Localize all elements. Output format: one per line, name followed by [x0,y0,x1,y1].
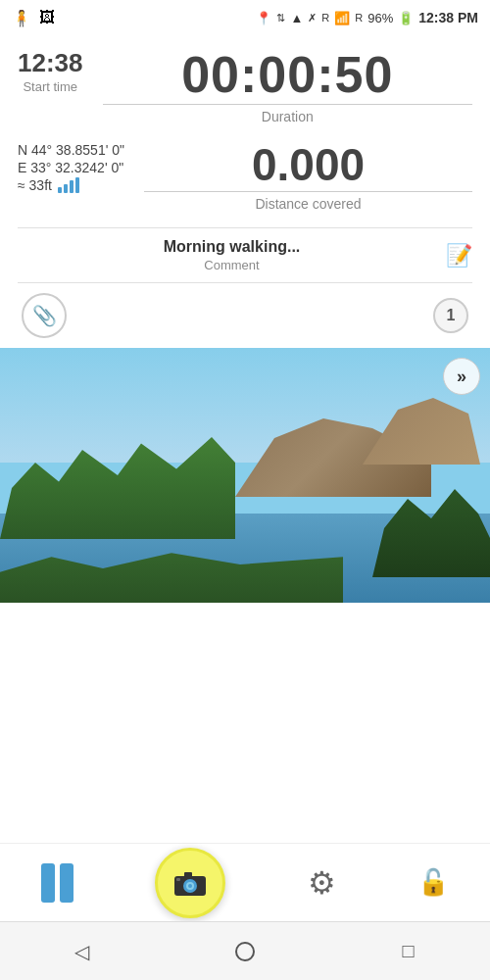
distance-value: 0.000 [252,142,365,187]
start-time-value: 12:38 [18,49,83,77]
battery-icon: 🔋 [398,11,414,25]
altitude-value: ≈ 33ft [18,177,52,193]
status-bar: 🧍 🖼 📍 ⇅ ▲ ✗ R 📶 R 96% 🔋 12:38 PM [0,0,490,35]
wifi-icon: ▲ [290,11,303,25]
image-icon: 🖼 [39,9,55,26]
signal-bars-icon: 📶 [334,11,350,25]
home-button[interactable] [225,932,265,971]
edit-icon[interactable]: 📝 [446,243,472,269]
pause-bar-right [60,863,74,903]
coord-north: N 44° 38.8551' 0" [18,142,124,158]
coords-distance-row: N 44° 38.8551' 0" E 33° 32.3242' 0" ≈ 33… [18,142,472,212]
status-bar-right: 📍 ⇅ ▲ ✗ R 📶 R 96% 🔋 12:38 PM [256,10,478,25]
signal-r2: R [321,12,329,24]
location-icon: 📍 [256,11,271,25]
person-icon: 🧍 [12,9,31,27]
clock: 12:38 PM [418,10,478,25]
status-bar-left: 🧍 🖼 [12,9,55,27]
recent-apps-button[interactable]: □ [389,932,428,971]
duration-block: 00:00:50 Duration [103,49,473,124]
coord-east: E 33° 32.3242' 0" [18,160,124,175]
camera-icon [172,868,208,898]
attachment-button[interactable]: 📎 [22,293,67,338]
distance-label: Distance covered [255,196,361,212]
photo-container: » [0,348,490,603]
svg-rect-5 [176,878,180,881]
comment-text-block: Morning walking... Comment [18,238,446,272]
duration-label: Duration [262,109,314,124]
action-row: 📎 1 [18,283,472,348]
signal-r1: ✗ [308,12,317,24]
top-row: 12:38 Start time 00:00:50 Duration [18,49,472,134]
landscape-photo [0,348,490,603]
comment-label: Comment [204,258,259,272]
gps-signal-bars [58,177,79,193]
bar3 [70,180,74,193]
svg-point-6 [236,943,254,960]
pause-bars-icon [41,863,74,903]
altitude-line: ≈ 33ft [18,177,124,193]
arrows-icon: ⇅ [276,12,285,24]
bar2 [64,184,68,193]
distance-block: 0.000 Distance covered [144,142,472,212]
settings-button[interactable]: ⚙ [308,864,336,902]
battery-percent: 96% [368,11,393,25]
start-time-label: Start time [23,79,77,94]
home-circle-icon [234,941,256,962]
main-content: 12:38 Start time 00:00:50 Duration N 44°… [0,35,490,348]
comment-title: Morning walking... [164,238,301,256]
photos-count-badge[interactable]: 1 [433,298,468,333]
svg-point-3 [188,884,192,888]
bottom-toolbar: ⚙ 🔓 [0,843,490,921]
coords-block: N 44° 38.8551' 0" E 33° 32.3242' 0" ≈ 33… [18,142,124,193]
pause-bar-left [41,863,55,903]
bar1 [58,187,62,193]
svg-rect-4 [184,872,192,877]
duration-divider [103,104,473,105]
lock-button[interactable]: 🔓 [417,867,449,898]
photo-expand-button[interactable]: » [443,358,480,395]
duration-value: 00:00:50 [181,49,393,100]
camera-button[interactable] [155,848,225,918]
android-nav-bar: ◁ □ [0,921,490,980]
distance-divider [144,191,472,192]
bar4 [75,177,79,193]
start-time-block: 12:38 Start time [18,49,83,94]
pause-button[interactable] [41,863,74,903]
signal-r3: R [355,12,363,24]
back-button[interactable]: ◁ [62,932,101,971]
comment-section: Morning walking... Comment 📝 [18,227,472,283]
